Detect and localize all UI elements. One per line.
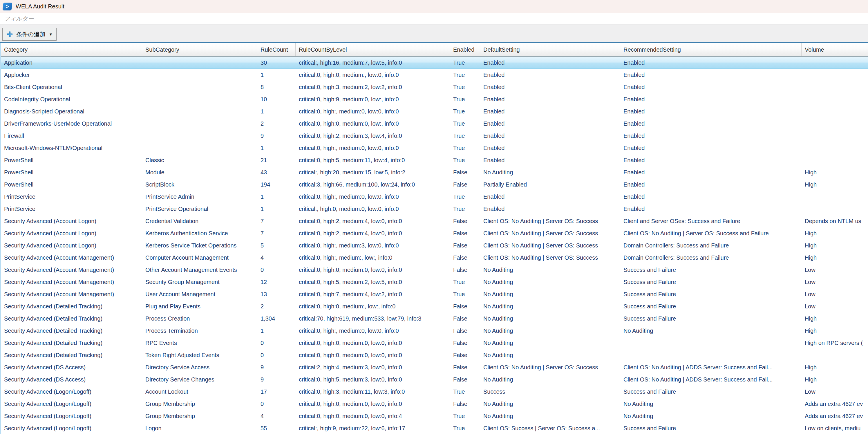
cell-volume: High <box>802 166 868 178</box>
cell-subcategory: Directory Service Changes <box>142 373 257 385</box>
table-row[interactable]: Security Advanced (Account Management)Us… <box>1 288 868 300</box>
cell-rule_count_by_level: critical:0, high:, medium:0, low:0, info… <box>296 105 450 118</box>
cell-subcategory <box>142 81 257 93</box>
table-row[interactable]: Diagnosis-Scripted Operational1critical:… <box>1 105 868 118</box>
table-row[interactable]: PrintServicePrintService Operational1cri… <box>1 203 868 215</box>
column-header-rule_count_by_level[interactable]: RuleCountByLevel <box>296 43 450 56</box>
cell-recommended_setting: No Auditing <box>620 324 802 337</box>
cell-category: Firewall <box>1 130 142 142</box>
cell-rule_count: 5 <box>257 239 296 251</box>
cell-default_setting: Client OS: No Auditing | Server OS: Succ… <box>480 251 620 264</box>
table-row[interactable]: PowerShellScriptBlock194critical:3, high… <box>1 178 868 191</box>
cell-volume: High on RPC servers ( <box>802 337 868 349</box>
table-row[interactable]: Security Advanced (Logon/Logoff)Logon55c… <box>1 422 868 434</box>
cell-category: Security Advanced (Account Management) <box>1 251 142 264</box>
cell-recommended_setting: Success and Failure <box>620 385 802 398</box>
cell-subcategory: Classic <box>142 154 257 166</box>
column-header-recommended_setting[interactable]: RecommendedSetting <box>620 43 802 56</box>
table-row[interactable]: Security Advanced (Detailed Tracking)Pro… <box>1 312 868 324</box>
column-header-rule_count[interactable]: RuleCount <box>257 43 296 56</box>
cell-rule_count_by_level: critical:70, high:619, medium:533, low:7… <box>296 312 450 324</box>
cell-rule_count_by_level: critical:0, high:, medium:, low:, info:0 <box>296 251 450 264</box>
cell-subcategory: Credential Validation <box>142 215 257 227</box>
cell-category: Security Advanced (Account Logon) <box>1 227 142 239</box>
table-row[interactable]: Security Advanced (Account Logon)Credent… <box>1 215 868 227</box>
cell-subcategory: Module <box>142 166 257 178</box>
filter-input[interactable] <box>0 13 868 24</box>
cell-rule_count: 2 <box>257 118 296 130</box>
column-header-volume[interactable]: Volume <box>802 43 868 56</box>
cell-rule_count: 1 <box>257 69 296 81</box>
cell-enabled: False <box>450 349 480 361</box>
cell-volume: Adds an extra 4627 ev <box>802 398 868 410</box>
table-row[interactable]: Security Advanced (Account Management)Se… <box>1 276 868 288</box>
cell-recommended_setting: Client OS: No Auditing | Server OS: Succ… <box>620 227 802 239</box>
table-row[interactable]: Security Advanced (Logon/Logoff)Group Me… <box>1 410 868 422</box>
table-row[interactable]: Security Advanced (Logon/Logoff)Account … <box>1 385 868 398</box>
cell-rule_count: 1,304 <box>257 312 296 324</box>
cell-enabled: True <box>450 81 480 93</box>
cell-enabled: True <box>450 57 480 69</box>
table-row[interactable]: Bits-Client Operational8critical:0, high… <box>1 81 868 93</box>
cell-enabled: False <box>450 178 480 191</box>
cell-rule_count: 12 <box>257 276 296 288</box>
cell-category: PowerShell <box>1 166 142 178</box>
chevron-down-icon: ▼ <box>49 32 53 36</box>
cell-volume: High <box>802 227 868 239</box>
cell-rule_count: 1 <box>257 203 296 215</box>
cell-volume: Low <box>802 276 868 288</box>
powershell-icon: > <box>2 3 12 10</box>
results-grid: CategorySubCategoryRuleCountRuleCountByL… <box>0 43 868 434</box>
cell-recommended_setting: Enabled <box>620 191 802 203</box>
cell-rule_count_by_level: critical:0, high:0, medium:, low:0, info… <box>296 69 450 81</box>
table-row[interactable]: Security Advanced (Detailed Tracking)RPC… <box>1 337 868 349</box>
column-header-enabled[interactable]: Enabled <box>450 43 480 56</box>
column-header-default_setting[interactable]: DefaultSetting <box>480 43 620 56</box>
table-row[interactable]: PrintServicePrintService Admin1critical:… <box>1 191 868 203</box>
cell-recommended_setting: Client and Server OSes: Success and Fail… <box>620 215 802 227</box>
table-row[interactable]: Security Advanced (DS Access)Directory S… <box>1 373 868 385</box>
table-row[interactable]: Security Advanced (Detailed Tracking)Pro… <box>1 324 868 337</box>
table-row[interactable]: PowerShellModule43critical:, high:20, me… <box>1 166 868 178</box>
cell-subcategory: Token Right Adjusted Events <box>142 349 257 361</box>
table-row[interactable]: CodeIntegrity Operational10critical:0, h… <box>1 93 868 105</box>
table-row[interactable]: Security Advanced (Account Logon)Kerbero… <box>1 227 868 239</box>
cell-category: Security Advanced (Account Logon) <box>1 239 142 251</box>
cell-subcategory <box>142 142 257 154</box>
cell-category: Security Advanced (Detailed Tracking) <box>1 312 142 324</box>
cell-volume: High <box>802 312 868 324</box>
table-row[interactable]: Applocker1critical:0, high:0, medium:, l… <box>1 69 868 81</box>
table-row[interactable]: Security Advanced (Detailed Tracking)Plu… <box>1 300 868 312</box>
add-criteria-button[interactable]: 条件の追加 ▼ <box>2 28 57 41</box>
column-header-subcategory[interactable]: SubCategory <box>142 43 257 56</box>
table-row[interactable]: Security Advanced (Account Management)Co… <box>1 251 868 264</box>
table-row[interactable]: DriverFrameworks-UserMode Operational2cr… <box>1 118 868 130</box>
cell-rule_count: 4 <box>257 410 296 422</box>
cell-recommended_setting: Enabled <box>620 81 802 93</box>
cell-subcategory: ScriptBlock <box>142 178 257 191</box>
cell-rule_count_by_level: critical:0, high:0, medium:0, low:0, inf… <box>296 398 450 410</box>
table-row[interactable]: Firewall9critical:0, high:2, medium:3, l… <box>1 130 868 142</box>
cell-rule_count_by_level: critical:, high:16, medium:7, low:5, inf… <box>296 57 450 69</box>
cell-rule_count: 1 <box>257 191 296 203</box>
cell-rule_count: 0 <box>257 398 296 410</box>
cell-category: PrintService <box>1 191 142 203</box>
table-row[interactable]: Security Advanced (DS Access)Directory S… <box>1 361 868 373</box>
column-header-category[interactable]: Category <box>1 43 142 56</box>
table-row[interactable]: Microsoft-Windows-NTLM/Operational1criti… <box>1 142 868 154</box>
table-row[interactable]: Application30critical:, high:16, medium:… <box>1 57 868 69</box>
cell-rule_count: 0 <box>257 349 296 361</box>
cell-volume <box>802 57 868 69</box>
cell-default_setting: Enabled <box>480 69 620 81</box>
table-row[interactable]: Security Advanced (Logon/Logoff)Group Me… <box>1 398 868 410</box>
cell-enabled: True <box>450 154 480 166</box>
table-row[interactable]: Security Advanced (Detailed Tracking)Tok… <box>1 349 868 361</box>
table-row[interactable]: PowerShellClassic21critical:0, high:5, m… <box>1 154 868 166</box>
app-window: > WELA Audit Result 条件の追加 ▼ CategorySubC… <box>0 0 868 434</box>
cell-recommended_setting: Success and Failure <box>620 312 802 324</box>
table-row[interactable]: Security Advanced (Account Management)Ot… <box>1 264 868 276</box>
cell-recommended_setting: Client OS: No Auditing | ADDS Server: Su… <box>620 373 802 385</box>
table-row[interactable]: Security Advanced (Account Logon)Kerbero… <box>1 239 868 251</box>
cell-default_setting: No Auditing <box>480 373 620 385</box>
cell-rule_count_by_level: critical:0, high:0, medium:0, low:0, inf… <box>296 349 450 361</box>
